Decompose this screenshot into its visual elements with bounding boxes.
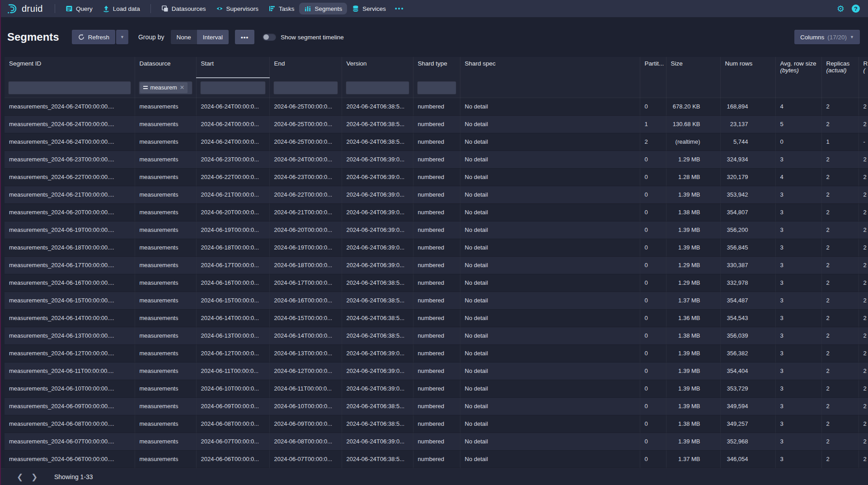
cell-end: 2024-06-16T00:00:0... (269, 292, 342, 309)
cell-shard-spec: No detail (460, 239, 640, 256)
nav-item-datasources[interactable]: Datasources (156, 3, 211, 14)
datasources-icon (161, 5, 169, 12)
filter-cell-shard-type (413, 78, 460, 98)
nav-item-segments[interactable]: Segments (299, 3, 347, 14)
cell-end: 2024-06-19T00:00:0... (269, 239, 342, 256)
filter-input-datasource[interactable]: measurem✕ (139, 81, 192, 94)
cell-end: 2024-06-20T00:00:0... (269, 221, 342, 239)
table-row: measurements_2024-06-20T00:00:00....meas… (5, 203, 868, 221)
filter-input-version[interactable] (346, 81, 409, 94)
col-header-partition[interactable]: Partit... (640, 57, 666, 78)
refresh-icon (78, 33, 85, 41)
top-navbar: druid QueryLoad dataDatasourcesSuperviso… (0, 0, 868, 17)
col-header-shard-type[interactable]: Shard type (413, 57, 460, 78)
col-header-segment-id[interactable]: Segment ID (5, 57, 135, 78)
cell-avg-row-size: 3 (775, 344, 821, 362)
refresh-label: Refresh (88, 34, 109, 41)
cell-replication-factor: 2 (859, 239, 868, 256)
cell-start: 2024-06-19T00:00:0... (196, 221, 269, 239)
col-header-shard-spec[interactable]: Shard spec (460, 57, 640, 78)
cell-version: 2024-06-24T06:39:0... (342, 239, 413, 256)
refresh-options-button[interactable]: ▼ (116, 30, 128, 44)
cell-size: 1.37 MB (666, 450, 720, 468)
nav-item-label: Load data (113, 5, 140, 12)
cell-shard-type: numbered (413, 327, 460, 344)
cell-datasource: measurements (135, 380, 196, 397)
nav-item-supervisors[interactable]: Supervisors (211, 3, 263, 14)
col-header-datasource[interactable]: Datasource (135, 57, 196, 78)
cell-avg-row-size: 3 (775, 256, 821, 274)
group-by-none-button[interactable]: None (171, 30, 197, 44)
cell-size: 1.39 MB (666, 433, 720, 450)
toggle-knob (263, 34, 269, 40)
nav-more-button[interactable]: ••• (391, 3, 408, 14)
next-page-button[interactable]: ❯ (27, 472, 42, 482)
cell-replication-factor: 2 (859, 344, 868, 362)
cell-datasource: measurements (135, 203, 196, 221)
col-header-replicas[interactable]: Replicas(actual) (821, 57, 859, 78)
cell-replication-factor: 2 (859, 433, 868, 450)
table-row: measurements_2024-06-17T00:00:00....meas… (5, 256, 868, 274)
nav-items: QueryLoad dataDatasourcesSupervisorsTask… (61, 0, 391, 17)
cell-segment-id: measurements_2024-06-07T00:00:00.... (5, 433, 135, 450)
group-by-interval-button[interactable]: Interval (197, 30, 229, 44)
cell-end: 2024-06-25T00:00:0... (269, 98, 342, 115)
columns-button[interactable]: Columns (17/20) ▼ (794, 30, 860, 44)
cell-datasource: measurements (135, 397, 196, 415)
col-header-num-rows[interactable]: Num rows (720, 57, 775, 78)
table-row: measurements_2024-06-22T00:00:00....meas… (5, 168, 868, 186)
gear-icon[interactable]: ⚙ (837, 5, 845, 13)
refresh-button[interactable]: Refresh (72, 30, 115, 44)
cell-num-rows: 346,054 (720, 450, 775, 468)
group-by-segmented-control: None Interval (171, 30, 229, 44)
cell-start: 2024-06-23T00:00:0... (196, 151, 269, 168)
cell-version: 2024-06-24T06:38:5... (342, 397, 413, 415)
segment-timeline-toggle[interactable] (263, 33, 276, 41)
nav-item-load-data[interactable]: Load data (98, 3, 145, 14)
remove-filter-icon[interactable]: ✕ (180, 84, 185, 91)
cell-end: 2024-06-24T00:00:0... (269, 151, 342, 168)
cell-avg-row-size: 5 (775, 115, 821, 133)
nav-item-query[interactable]: Query (61, 3, 98, 14)
cell-end: 2024-06-12T00:00:0... (269, 362, 342, 380)
cell-shard-spec: No detail (460, 415, 640, 433)
view-header: Segments Refresh ▼ Group by None Interva… (0, 17, 868, 57)
cell-datasource: measurements (135, 327, 196, 344)
cell-shard-spec: No detail (460, 397, 640, 415)
cell-version: 2024-06-24T06:38:5... (342, 450, 413, 468)
cell-shard-type: numbered (413, 362, 460, 380)
cell-num-rows: 354,487 (720, 292, 775, 309)
cell-replication-factor: 2 (859, 362, 868, 380)
col-header-replication-factor[interactable]: R( (859, 57, 868, 78)
table-row: measurements_2024-06-24T00:00:00....meas… (5, 133, 868, 151)
prev-page-button[interactable]: ❮ (13, 472, 27, 482)
filter-input-end[interactable] (273, 81, 338, 94)
col-header-version[interactable]: Version (342, 57, 413, 78)
cell-partition: 0 (640, 344, 666, 362)
nav-item-services[interactable]: Services (347, 3, 391, 14)
table-row: measurements_2024-06-21T00:00:00....meas… (5, 186, 868, 203)
cell-segment-id: measurements_2024-06-08T00:00:00.... (5, 415, 135, 433)
col-header-avg-row-size[interactable]: Avg. row size(bytes) (775, 57, 821, 78)
cell-partition: 0 (640, 433, 666, 450)
filter-input-segment-id[interactable] (8, 81, 131, 94)
cell-replicas: 2 (821, 344, 859, 362)
col-header-start[interactable]: Start (196, 57, 269, 78)
nav-item-tasks[interactable]: Tasks (263, 3, 300, 14)
cell-size: 1.36 MB (666, 309, 720, 327)
cell-num-rows: 320,179 (720, 168, 775, 186)
col-header-end[interactable]: End (269, 57, 342, 78)
more-options-button[interactable]: ••• (235, 30, 254, 44)
druid-logo[interactable]: druid (6, 3, 43, 14)
help-icon[interactable]: ? (852, 5, 860, 13)
filter-input-shard-type[interactable] (417, 81, 456, 94)
cell-version: 2024-06-24T06:39:0... (342, 362, 413, 380)
filter-input-start[interactable] (200, 81, 266, 94)
col-header-size[interactable]: Size (666, 57, 720, 78)
filter-cell-segment-id (5, 78, 135, 98)
cell-replicas: 2 (821, 256, 859, 274)
cell-num-rows: 332,978 (720, 274, 775, 292)
nav-item-label: Services (362, 5, 386, 12)
cell-end: 2024-06-15T00:00:0... (269, 309, 342, 327)
cell-avg-row-size: 3 (775, 380, 821, 397)
